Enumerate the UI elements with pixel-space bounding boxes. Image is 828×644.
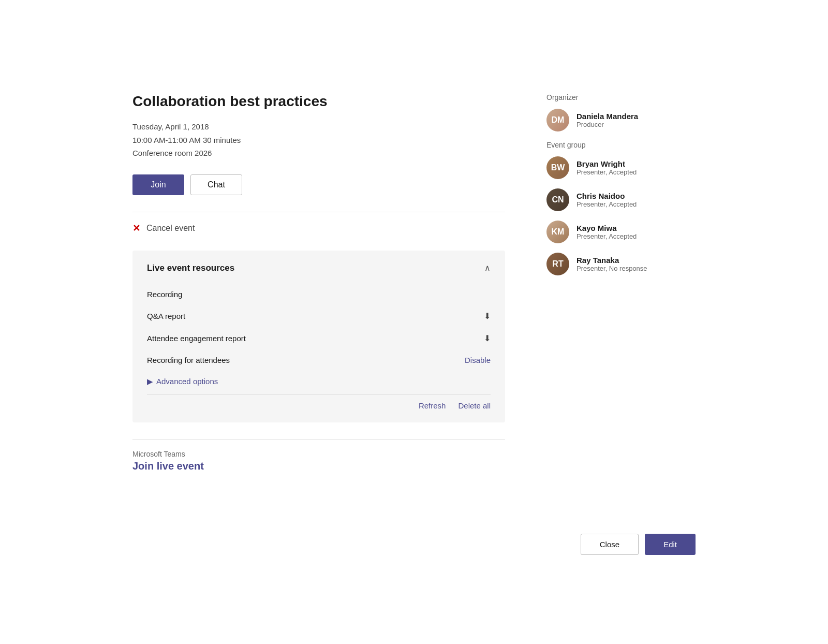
resources-header: Live event resources ∧ (147, 263, 491, 273)
chris-info: Chris Naidoo Presenter, Accepted (576, 192, 637, 208)
event-group-section-label: Event group (546, 141, 696, 149)
event-time: 10:00 AM-11:00 AM 30 minutes (132, 134, 505, 147)
avatar-kayo: KM (546, 221, 569, 243)
qa-label: Q&A report (147, 312, 185, 320)
resources-footer: Refresh Delete all (147, 394, 491, 410)
member-row-kayo: KM Kayo Miwa Presenter, Accepted (546, 221, 696, 243)
divider-1 (132, 212, 505, 212)
delete-all-button[interactable]: Delete all (458, 401, 491, 410)
organizer-role: Producer (576, 121, 638, 128)
engagement-label: Attendee engagement report (147, 334, 246, 343)
chris-initials: CN (546, 188, 569, 211)
organizer-info: Daniela Mandera Producer (576, 112, 638, 128)
event-date: Tuesday, April 1, 2018 (132, 120, 505, 134)
bryan-info: Bryan Wright Presenter, Accepted (576, 159, 637, 176)
avatar-daniela: DM (546, 109, 569, 131)
event-location: Conference room 2026 (132, 147, 505, 160)
bryan-role: Presenter, Accepted (576, 168, 637, 176)
organizer-row: DM Daniela Mandera Producer (546, 109, 696, 131)
join-live-event-link[interactable]: Join live event (132, 460, 505, 472)
kayo-role: Presenter, Accepted (576, 232, 637, 240)
qa-download-icon[interactable]: ⬇ (484, 311, 491, 321)
bryan-name: Bryan Wright (576, 159, 637, 168)
event-meta: Tuesday, April 1, 2018 10:00 AM-11:00 AM… (132, 120, 505, 160)
chevron-up-icon[interactable]: ∧ (484, 263, 491, 273)
organizer-initials: DM (546, 109, 569, 131)
organizer-name: Daniela Mandera (576, 112, 638, 121)
organizer-section-label: Organizer (546, 93, 696, 101)
ray-info: Ray Tanaka Presenter, No response (576, 256, 647, 272)
chat-button[interactable]: Chat (190, 174, 242, 195)
advanced-options-chevron: ▶ (147, 377, 153, 386)
event-title: Collaboration best practices (132, 93, 505, 110)
kayo-initials: KM (546, 221, 569, 243)
kayo-info: Kayo Miwa Presenter, Accepted (576, 224, 637, 240)
member-row-chris: CN Chris Naidoo Presenter, Accepted (546, 188, 696, 211)
live-event-resources-panel: Live event resources ∧ Recording Q&A rep… (132, 251, 505, 422)
disable-button[interactable]: Disable (465, 356, 491, 364)
resource-row-recording-attendees: Recording for attendees Disable (147, 349, 491, 371)
ray-name: Ray Tanaka (576, 256, 647, 265)
ray-initials: RT (546, 253, 569, 275)
cancel-event-row[interactable]: ✕ Cancel event (132, 223, 505, 234)
resource-row-recording: Recording (147, 284, 491, 305)
advanced-options-toggle[interactable]: ▶ Advanced options (147, 377, 491, 386)
ray-role: Presenter, No response (576, 265, 647, 272)
close-button[interactable]: Close (581, 534, 639, 555)
microsoft-teams-section: Microsoft Teams Join live event (132, 450, 505, 472)
engagement-download-icon[interactable]: ⬇ (484, 333, 491, 343)
bottom-buttons: Close Edit (581, 534, 696, 555)
resource-row-engagement: Attendee engagement report ⬇ (147, 327, 491, 349)
advanced-options-label: Advanced options (156, 377, 218, 386)
microsoft-teams-label: Microsoft Teams (132, 450, 505, 458)
avatar-bryan: BW (546, 156, 569, 179)
bryan-initials: BW (546, 156, 569, 179)
left-panel: Collaboration best practices Tuesday, Ap… (132, 93, 530, 551)
edit-button[interactable]: Edit (645, 534, 696, 555)
divider-2 (132, 439, 505, 440)
avatar-chris: CN (546, 188, 569, 211)
member-row-bryan: BW Bryan Wright Presenter, Accepted (546, 156, 696, 179)
event-dialog: Collaboration best practices Tuesday, Ap… (103, 68, 724, 576)
cancel-event-label: Cancel event (146, 224, 195, 233)
resource-row-qa: Q&A report ⬇ (147, 305, 491, 327)
right-panel: Organizer DM Daniela Mandera Producer Ev… (530, 93, 696, 551)
resources-title: Live event resources (147, 263, 234, 273)
chris-role: Presenter, Accepted (576, 200, 637, 208)
refresh-button[interactable]: Refresh (419, 401, 446, 410)
member-row-ray: RT Ray Tanaka Presenter, No response (546, 253, 696, 275)
avatar-ray: RT (546, 253, 569, 275)
recording-attendees-label: Recording for attendees (147, 356, 230, 364)
recording-label: Recording (147, 290, 182, 299)
kayo-name: Kayo Miwa (576, 224, 637, 232)
cancel-icon: ✕ (132, 223, 140, 234)
chris-name: Chris Naidoo (576, 192, 637, 200)
action-buttons: Join Chat (132, 174, 505, 195)
join-button[interactable]: Join (132, 174, 184, 195)
